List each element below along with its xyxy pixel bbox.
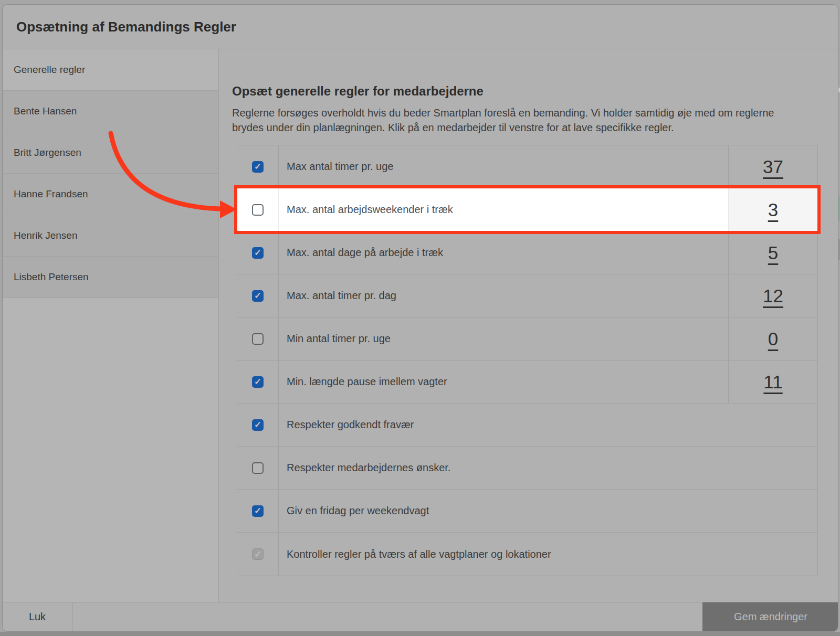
page-background-strip: [0, 632, 840, 636]
sidebar-item-label: Generelle regler: [14, 64, 85, 76]
content-heading: Opsæt generelle regler for medarbejderne: [232, 84, 484, 99]
rule-value-link[interactable]: 0: [768, 328, 778, 349]
rule-checkbox[interactable]: [252, 462, 264, 474]
rule-label: Max. antal arbejdsweekender i træk: [279, 188, 728, 231]
checkmark-icon: ✓: [254, 162, 261, 171]
sidebar-item-bente-hansen[interactable]: Bente Hansen: [3, 91, 218, 132]
rule-row-max-antal-arbejdsweekender-i-traek: Max. antal arbejdsweekender i træk3: [237, 188, 817, 231]
rule-checkbox-cell: ✓: [237, 404, 279, 446]
close-button[interactable]: Luk: [3, 602, 72, 631]
modal-header: Opsætning af Bemandings Regler: [3, 5, 838, 49]
checkmark-icon: ✓: [254, 248, 261, 257]
rule-checkbox-cell: [237, 188, 279, 231]
rule-row-min-laengde-pause-imellem-vagter: ✓Min. længde pause imellem vagter11: [237, 361, 817, 404]
rule-value-cell: 11: [728, 361, 817, 403]
rule-row-max-antal-dage-paa-arbejde-i-traek: ✓Max. antal dage på arbejde i træk5: [237, 231, 817, 274]
rule-row-max-antal-timer-pr-dag: ✓Max. antal timer pr. dag12: [237, 274, 817, 317]
rule-value-link[interactable]: 12: [763, 285, 783, 306]
rule-label: Max. antal timer pr. dag: [279, 274, 728, 317]
sidebar-item-henrik-jensen[interactable]: Henrik Jensen: [3, 215, 218, 257]
sidebar-item-hanne-frandsen[interactable]: Hanne Frandsen: [3, 174, 218, 215]
rule-label: Respekter godkendt fravær: [279, 404, 817, 446]
staffing-rules-modal: Opsætning af Bemandings Regler Generelle…: [2, 4, 838, 632]
checkmark-icon: ✓: [254, 420, 261, 429]
rule-value-cell: 5: [728, 231, 817, 274]
rule-checkbox-cell: ✓: [237, 490, 279, 532]
rule-checkbox-cell: ✓: [237, 231, 279, 274]
sidebar-item-label: Britt Jørgensen: [14, 147, 81, 158]
rule-checkbox-cell: [237, 317, 279, 360]
sidebar-item-lisbeth-petersen[interactable]: Lisbeth Petersen: [3, 257, 218, 298]
modal-title: Opsætning af Bemandings Regler: [16, 5, 236, 49]
sidebar-item-label: Hanne Frandsen: [14, 188, 88, 200]
rule-row-max-antal-timer-pr-uge: ✓Max antal timer pr. uge37: [237, 145, 817, 188]
rule-row-min-antal-timer-pr-uge: Min antal timer pr. uge0: [237, 317, 817, 361]
rule-value-link[interactable]: 37: [763, 156, 783, 177]
rule-checkbox[interactable]: [252, 204, 264, 216]
sidebar-item-generelle-regler[interactable]: Generelle regler: [3, 49, 218, 91]
rule-row-respekter-godkendt-fravaer: ✓Respekter godkendt fravær: [237, 404, 817, 447]
rule-label: Giv en fridag per weekendvagt: [279, 490, 817, 532]
rule-checkbox-cell: ✓: [237, 145, 279, 188]
modal-footer: Luk Gem ændringer: [3, 602, 838, 631]
rule-checkbox[interactable]: ✓: [252, 161, 264, 173]
rule-label: Min. længde pause imellem vagter: [279, 361, 728, 403]
rule-value-link[interactable]: 3: [768, 199, 778, 220]
sidebar: Generelle reglerBente HansenBritt Jørgen…: [3, 49, 219, 603]
rule-checkbox[interactable]: [252, 333, 264, 345]
rules-table: ✓Max antal timer pr. uge37Max. antal arb…: [237, 145, 818, 576]
rule-checkbox[interactable]: ✓: [252, 290, 264, 302]
checkmark-icon: ✓: [254, 550, 261, 559]
rule-label: Max. antal dage på arbejde i træk: [279, 231, 728, 274]
checkmark-icon: ✓: [254, 377, 261, 386]
checkmark-icon: ✓: [254, 506, 261, 515]
rule-label: Max antal timer pr. uge: [279, 145, 728, 188]
rule-value-link[interactable]: 5: [768, 242, 778, 263]
rule-checkbox-cell: ✓: [237, 274, 279, 317]
rule-value-cell: 3: [728, 188, 817, 231]
rule-checkbox[interactable]: ✓: [252, 505, 264, 517]
rule-value-link[interactable]: 11: [763, 372, 782, 393]
rule-checkbox[interactable]: ✓: [252, 376, 264, 388]
rule-checkbox[interactable]: ✓: [252, 247, 264, 259]
rule-row-respekter-medarbejdernes-oensker: Respekter medarbejdernes ønsker.: [237, 447, 817, 490]
checkmark-icon: ✓: [254, 291, 261, 300]
rule-label: Respekter medarbejdernes ønsker.: [279, 447, 817, 489]
rule-value-cell: 0: [728, 317, 817, 360]
rule-row-giv-en-fridag-per-weekendvagt: ✓Giv en fridag per weekendvagt: [237, 490, 817, 533]
rule-label: Min antal timer pr. uge: [279, 317, 728, 360]
rule-checkbox-cell: ✓: [237, 533, 279, 576]
rule-value-cell: 37: [728, 145, 817, 188]
sidebar-item-label: Bente Hansen: [14, 105, 77, 117]
save-changes-button[interactable]: Gem ændringer: [702, 602, 838, 631]
rule-label: Kontroller regler på tværs af alle vagtp…: [279, 533, 817, 576]
sidebar-item-label: Henrik Jensen: [14, 230, 77, 241]
rule-checkbox[interactable]: ✓: [252, 419, 264, 431]
content-description: Reglerne forsøges overholdt hvis du bede…: [232, 105, 798, 135]
rule-checkbox-cell: ✓: [237, 361, 279, 403]
sidebar-item-label: Lisbeth Petersen: [14, 271, 89, 283]
rule-checkbox: ✓: [252, 548, 264, 560]
sidebar-item-britt-joergensen[interactable]: Britt Jørgensen: [3, 132, 218, 174]
rule-row-kontroller-regler-paa-tvaers-af-alle-vagtplaner-og-lokationer: ✓Kontroller regler på tværs af alle vagt…: [237, 533, 817, 576]
rule-value-cell: 12: [728, 274, 817, 317]
rule-checkbox-cell: [237, 447, 279, 489]
